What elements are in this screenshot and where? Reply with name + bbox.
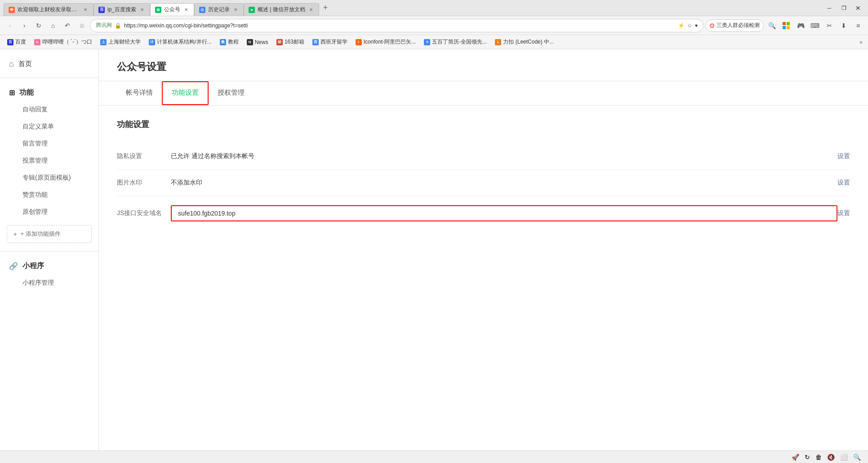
search-button[interactable]: 🔍: [766, 19, 778, 32]
privacy-label: 隐私设置: [117, 152, 171, 160]
svg-rect-0: [783, 22, 786, 25]
home-nav-button[interactable]: ⌂: [47, 19, 59, 32]
menu-button[interactable]: ≡: [852, 19, 864, 32]
bookmark-favicon: 西: [312, 39, 319, 45]
browser-tab-tab2[interactable]: 百 ip_百度搜索 ✕: [93, 3, 150, 16]
game-button[interactable]: 🎮: [794, 19, 807, 32]
back-button[interactable]: ‹: [4, 19, 16, 32]
sidebar-item-home[interactable]: ⌂ 首页: [0, 54, 98, 74]
bookmark-bm6[interactable]: N News: [243, 37, 272, 48]
home-label: 首页: [18, 60, 32, 68]
bookmark-bm11[interactable]: L 力扣 (LeetCode) 中...: [491, 37, 557, 48]
status-icon-rocket: 🚀: [792, 454, 799, 461]
refresh-button[interactable]: ↻: [32, 19, 45, 32]
bookmark-label: 计算机体系结构/并行...: [157, 38, 211, 46]
home-icon: ⌂: [9, 59, 14, 69]
bookmark-bm9[interactable]: I Iconfont-阿里巴巴矢...: [352, 37, 420, 48]
tab-close-button[interactable]: ✕: [308, 7, 314, 13]
bookmark-favicon: 计: [149, 39, 155, 45]
bookmark-bm3[interactable]: 上 上海财经大学: [97, 37, 144, 48]
page-header: 公众号设置: [99, 49, 868, 81]
sidebar-item-album[interactable]: 专辑(原页面模板): [0, 169, 98, 186]
section-content: 功能设置 隐私设置 已允许 通过名称搜索到本帐号 设置 图片水印 不添加水印 设…: [99, 106, 868, 244]
tab-favicon: 百: [98, 7, 105, 13]
tab-close-button[interactable]: ✕: [183, 7, 189, 13]
mini-section-label: 小程序: [22, 261, 44, 271]
tab-features[interactable]: 功能设置: [162, 81, 209, 105]
watermark-action[interactable]: 设置: [837, 179, 850, 187]
tab-close-button[interactable]: ✕: [82, 7, 89, 13]
browser-tab-tab5[interactable]: ● 概述 | 微信开放文档 ✕: [244, 3, 319, 16]
browser-tab-tab4[interactable]: ⊙ 历史记录 ✕: [194, 3, 244, 16]
bookmark-label: 上海财经大学: [108, 38, 141, 46]
tab-favicon: ❤: [9, 7, 15, 13]
star-button[interactable]: ☆: [76, 19, 88, 32]
tab-label: 概述 | 微信开放文档: [258, 6, 305, 13]
minimize-button[interactable]: ─: [823, 2, 836, 14]
tab-label: ip_百度搜索: [107, 6, 136, 13]
sidebar-item-mini-program[interactable]: 小程序管理: [0, 274, 98, 291]
bookmarks-overflow[interactable]: »: [858, 39, 864, 45]
bookmark-label: News: [255, 39, 268, 45]
bookmark-favicon: 百: [7, 39, 13, 45]
add-plugin-label: + 添加功能插件: [21, 230, 61, 238]
scissors-button[interactable]: ✂: [823, 19, 836, 32]
sidebar-item-vote[interactable]: 投票管理: [0, 152, 98, 169]
domain-action[interactable]: 设置: [837, 209, 850, 217]
forward-button[interactable]: ›: [18, 19, 31, 32]
bookmark-star-icon[interactable]: ☆: [687, 22, 692, 29]
tab-auth[interactable]: 授权管理: [209, 81, 254, 105]
bookmarks-bar: 百 百度 b 哔哩哔哩（ ´-`）つ口 上 上海财经大学 计 计算机体系结构/并…: [0, 35, 868, 49]
sidebar-item-message[interactable]: 留言管理: [0, 135, 98, 152]
bookmark-favicon: b: [34, 39, 40, 45]
tab-label: 公众号: [164, 6, 180, 13]
func-section-header: ⊞ 功能: [0, 82, 98, 101]
bookmark-bm1[interactable]: 百 百度: [4, 37, 30, 48]
tab-account[interactable]: 帐号详情: [117, 81, 162, 105]
bookmark-bm4[interactable]: 计 计算机体系结构/并行...: [145, 37, 215, 48]
undo-button[interactable]: ↶: [61, 19, 74, 32]
restore-button[interactable]: ❐: [837, 2, 850, 14]
search-engine-label: 三类人群必须检测: [717, 22, 760, 29]
bookmark-label: 西班牙留学: [320, 38, 347, 46]
bookmark-bm5[interactable]: 教 教程: [216, 37, 242, 48]
bookmark-favicon: I: [356, 39, 362, 45]
privacy-settings-row: 隐私设置 已允许 通过名称搜索到本帐号 设置: [117, 143, 850, 170]
keyboard-button[interactable]: ⌨: [809, 19, 821, 32]
sidebar-item-original[interactable]: 原创管理: [0, 203, 98, 220]
bookmark-bm7[interactable]: 邮 163邮箱: [273, 37, 308, 48]
watermark-label: 图片水印: [117, 179, 171, 187]
sidebar-item-custom-menu[interactable]: 自定义菜单: [0, 118, 98, 135]
sidebar-divider-2: [0, 251, 98, 251]
address-bar[interactable]: 腾讯网 🔒 https://mp.weixin.qq.com/cgi-bin/s…: [90, 19, 703, 32]
tab-label: 历史记录: [208, 6, 230, 13]
status-icon-window: ⬜: [840, 454, 848, 461]
bookmark-bm10[interactable]: 5 五百丁简历-全国领先...: [420, 37, 490, 48]
bookmark-bm8[interactable]: 西 西班牙留学: [309, 37, 351, 48]
privacy-action[interactable]: 设置: [837, 152, 850, 160]
bookmark-favicon: 5: [424, 39, 430, 45]
tab-close-button[interactable]: ✕: [139, 7, 145, 13]
sidebar-item-reward[interactable]: 赞赏功能: [0, 186, 98, 203]
settings-table: 隐私设置 已允许 通过名称搜索到本帐号 设置 图片水印 不添加水印 设置 JS接…: [117, 143, 850, 230]
close-window-button[interactable]: ✕: [852, 2, 864, 14]
bookmark-label: Iconfont-阿里巴巴矢...: [364, 38, 416, 46]
add-plugin-button[interactable]: + + 添加功能插件: [7, 225, 92, 243]
add-plugin-icon: +: [13, 231, 17, 238]
bookmark-label: 五百丁简历-全国领先...: [432, 38, 487, 46]
search-engine-selector[interactable]: ⊙ 三类人群必须检测: [705, 19, 764, 32]
download-button[interactable]: ⬇: [837, 19, 850, 32]
tab-close-button[interactable]: ✕: [232, 7, 239, 13]
browser-tab-tab1[interactable]: ❤ 欢迎领取上财校友录取通... ✕: [4, 3, 93, 16]
dropdown-icon[interactable]: ▾: [695, 22, 698, 29]
tab-favicon: ⊙: [199, 7, 205, 13]
new-tab-button[interactable]: +: [319, 2, 332, 14]
sidebar-item-auto-reply[interactable]: 自动回复: [0, 101, 98, 118]
windows-icon-button[interactable]: [780, 19, 792, 32]
bookmark-label: 百度: [15, 38, 26, 46]
status-icon-search: 🔍: [853, 454, 861, 461]
browser-tab-tab3[interactable]: ✿ 公众号 ✕: [150, 3, 194, 16]
bookmark-bm2[interactable]: b 哔哩哔哩（ ´-`）つ口: [31, 37, 96, 48]
domain-settings-row: JS接口安全域名 sufe100.fgb2019.top 设置: [117, 196, 850, 230]
bookmark-label: 力扣 (LeetCode) 中...: [503, 38, 554, 46]
